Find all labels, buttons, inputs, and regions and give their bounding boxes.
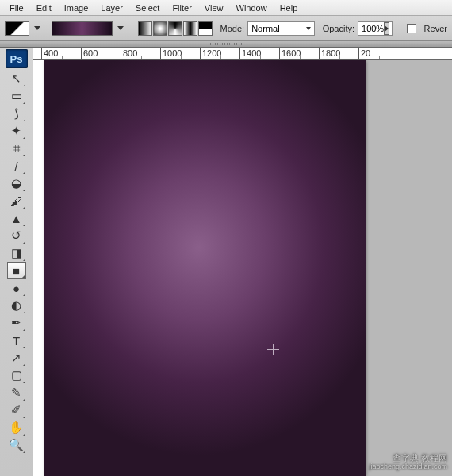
zoom-tool[interactable]: 🔍	[7, 436, 26, 454]
gradient-preview[interactable]	[52, 21, 113, 36]
radial-gradient-button[interactable]	[153, 21, 167, 36]
watermark: 查字典 教程网 jiaocheng.chazidian.com	[369, 450, 447, 471]
stamp-tool[interactable]: ▲	[7, 209, 26, 227]
shape-tool[interactable]: ▢	[7, 367, 26, 384]
crosshair-cursor-icon	[267, 344, 279, 355]
vertical-ruler[interactable]	[33, 60, 44, 476]
reflected-gradient-button[interactable]	[183, 21, 197, 36]
diamond-gradient-button[interactable]	[198, 21, 213, 36]
gradient-type-group	[138, 21, 213, 36]
flyout-icon[interactable]	[384, 22, 389, 35]
dodge-tool[interactable]: ◐	[7, 297, 26, 314]
foreground-swatch[interactable]	[5, 21, 29, 36]
crop-tool[interactable]: ⌗	[7, 140, 26, 157]
eyedropper-tool[interactable]: ✐	[7, 401, 26, 419]
tools-panel: Ps ↖▭⟆✦⌗/◒🖌▲↺◨■●◐✒T↗▢✎✐✋🔍	[0, 48, 33, 476]
type-tool[interactable]: T	[7, 332, 26, 349]
menu-filter[interactable]: Filter	[166, 2, 197, 14]
notes-tool[interactable]: ✎	[7, 384, 26, 401]
menu-file[interactable]: File	[3, 2, 30, 14]
chevron-down-icon[interactable]	[117, 26, 124, 30]
path-tool[interactable]: ↗	[7, 349, 26, 367]
menu-select[interactable]: Select	[129, 2, 167, 14]
menu-help[interactable]: Help	[274, 2, 305, 14]
linear-gradient-button[interactable]	[138, 21, 152, 36]
gradient-tool[interactable]: ■	[7, 262, 26, 279]
menu-view[interactable]: View	[198, 2, 230, 14]
options-bar: Mode: Normal Opacity: 100% Rever	[0, 16, 452, 41]
opacity-label: Opacity:	[323, 24, 354, 33]
opacity-input[interactable]: 100%	[358, 21, 393, 36]
ruler-tick: 1000	[160, 48, 200, 60]
reverse-label: Rever	[424, 24, 447, 33]
pen-tool[interactable]: ✒	[7, 314, 26, 332]
ruler-tick: 800	[121, 48, 160, 60]
horizontal-ruler[interactable]: 20002004006008001000120014001600180020	[33, 48, 452, 60]
chevron-down-icon[interactable]	[34, 26, 40, 30]
tab-bar-handle[interactable]	[0, 41, 452, 48]
history-brush-tool[interactable]: ↺	[7, 227, 26, 244]
blur-tool[interactable]: ●	[7, 279, 26, 297]
ruler-tick: 20	[358, 48, 398, 60]
chevron-down-icon	[306, 27, 311, 30]
watermark-text: 查字典 教程网	[393, 453, 447, 463]
move-tool[interactable]: ↖	[7, 70, 26, 87]
menu-image[interactable]: Image	[58, 2, 95, 14]
ruler-tick: 200	[33, 48, 41, 60]
ruler-tick: 1400	[239, 48, 279, 60]
menu-layer[interactable]: Layer	[94, 2, 129, 14]
menu-window[interactable]: Window	[230, 2, 274, 14]
reverse-checkbox[interactable]	[407, 24, 416, 33]
marquee-tool[interactable]: ▭	[7, 87, 26, 105]
ruler-tick: 1600	[279, 48, 319, 60]
lasso-tool[interactable]: ⟆	[7, 105, 26, 122]
heal-tool[interactable]: ◒	[7, 175, 26, 192]
ruler-tick: 400	[41, 48, 81, 60]
opacity-value: 100%	[362, 24, 384, 33]
mode-value: Normal	[251, 24, 279, 33]
slice-tool[interactable]: /	[7, 157, 26, 175]
canvas-workspace	[44, 60, 452, 476]
mode-select[interactable]: Normal	[247, 21, 315, 36]
ruler-tick: 1800	[319, 48, 358, 60]
ruler-tick: 600	[81, 48, 121, 60]
ruler-tick: 1200	[200, 48, 239, 60]
eraser-tool[interactable]: ◨	[7, 244, 26, 262]
wand-tool[interactable]: ✦	[7, 122, 26, 140]
document-canvas[interactable]	[44, 60, 366, 476]
watermark-url: jiaocheng.chazidian.com	[369, 463, 447, 471]
mode-label: Mode:	[220, 24, 245, 33]
brush-tool[interactable]: 🖌	[7, 192, 26, 209]
ps-logo-icon: Ps	[6, 49, 28, 68]
menu-bar: FileEditImageLayerSelectFilterViewWindow…	[0, 0, 452, 16]
angle-gradient-button[interactable]	[168, 21, 182, 36]
menu-edit[interactable]: Edit	[30, 2, 58, 14]
hand-tool[interactable]: ✋	[7, 419, 26, 436]
